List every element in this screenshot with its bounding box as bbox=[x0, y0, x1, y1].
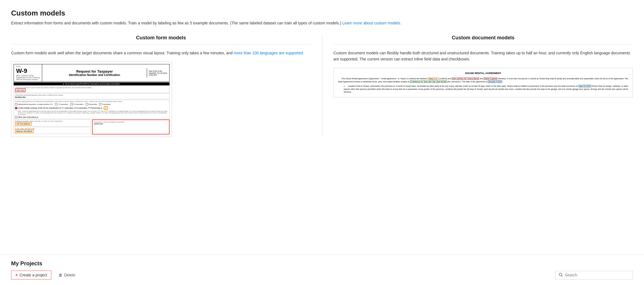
w9-address-field: 5 Address (number, street, and apt. or s… bbox=[14, 119, 91, 126]
projects-title: My Projects bbox=[11, 260, 633, 267]
w9-name-highlight: John Doe bbox=[15, 88, 26, 92]
w9-form-number: W-9 bbox=[16, 67, 40, 75]
delete-label: Delete bbox=[64, 273, 75, 277]
projects-section: My Projects + Create a project 🗑 Delete bbox=[0, 255, 644, 285]
custom-document-models-description: Custom document models can flexibly hand… bbox=[334, 50, 633, 62]
date2-highlight: April 02 2021 bbox=[579, 85, 591, 87]
rental-para1-mid: (Landlord) and bbox=[438, 78, 452, 80]
w9-city-highlight: Bellevue WA 98006 bbox=[15, 129, 34, 133]
garry-highlight: Garry Byrne bbox=[468, 77, 479, 80]
custom-document-models-column: Custom document models Custom document m… bbox=[322, 35, 633, 137]
w9-city-value: Bellevue WA 98006 bbox=[15, 129, 90, 133]
custom-form-models-title: Custom form models bbox=[11, 35, 311, 44]
custom-document-models-title: Custom document models bbox=[334, 35, 633, 44]
rental-title: HOUSE RENTAL AGREEMENT bbox=[338, 72, 628, 75]
w9-checkbox-trust: Trust/estate bbox=[99, 103, 110, 105]
w9-form-date: (Rev. October 2018) bbox=[16, 75, 40, 77]
w9-requester-value: Jamie Doe bbox=[94, 123, 168, 125]
toolbar-left: + Create a project 🗑 Delete bbox=[11, 271, 78, 279]
search-box bbox=[555, 271, 633, 279]
w9-field3-label: 3 Check appropriate box for federal tax … bbox=[15, 101, 168, 102]
rental-agreement-preview: HOUSE RENTAL AGREEMENT This House Rental… bbox=[334, 68, 633, 97]
custom-form-models-column: Custom form models Custom form models wo… bbox=[11, 35, 322, 137]
w9-requester-box: Requester's name and address (optional) … bbox=[92, 119, 170, 134]
trash-icon: 🗑 bbox=[59, 273, 62, 277]
custom-form-models-description: Custom form models work well when the ta… bbox=[11, 50, 311, 56]
plus-icon: + bbox=[15, 273, 18, 278]
w9-checkbox-other: Other (see instructions) ► bbox=[15, 116, 168, 118]
w9-field1-value: John Doe bbox=[15, 88, 168, 92]
w9-checkbox-individual: Individual/sole proprietor or single-mem… bbox=[15, 103, 53, 105]
rental-and2: and bbox=[479, 78, 484, 80]
w9-field1: 1 Name (as shown on your income tax retu… bbox=[14, 86, 170, 93]
w9-address-col: 5 Address (number, street, and apt. or s… bbox=[14, 119, 91, 134]
w9-instruction: ► Go to www.irs.gov/FormW9 for instructi… bbox=[14, 82, 170, 85]
page-title: Custom models bbox=[11, 9, 633, 17]
w9-checkboxes: Individual/sole proprietor or single-mem… bbox=[15, 103, 168, 105]
search-icon bbox=[559, 273, 563, 278]
w9-field3: 3 Check appropriate box for federal tax … bbox=[14, 100, 170, 119]
rental-para1: This House Rental Agreement ("Agreement,… bbox=[338, 77, 628, 83]
w9-address-value: 100 Test Address bbox=[15, 122, 90, 126]
sarah-highlight: Sarah Cantrell bbox=[484, 77, 497, 80]
w9-irs: Internal Revenue Service bbox=[16, 78, 40, 80]
w9-checkbox-partnership: Partnership bbox=[86, 103, 97, 105]
languages-link[interactable]: more than 100 languages are supported. bbox=[234, 51, 304, 55]
w9-title-sub: Identification Number and Certification bbox=[43, 73, 146, 77]
w9-side-note: Give Form to the requester. Do not send … bbox=[147, 69, 169, 77]
rental-para2-num: 1. bbox=[344, 85, 348, 87]
w9-title-main: Request for Taxpayer bbox=[43, 69, 146, 73]
w9-address-area: 5 Address (number, street, and apt. or s… bbox=[14, 119, 170, 134]
rental-para2-text: Landlord rents to Tenant, unfurnished, t… bbox=[348, 85, 579, 87]
w9-form-label: Form bbox=[16, 65, 40, 67]
delete-button[interactable]: 🗑 Delete bbox=[56, 271, 78, 279]
rental-para2: 1. Landlord rents to Tenant, unfurnished… bbox=[344, 85, 628, 94]
create-project-button[interactable]: + Create a project bbox=[11, 271, 51, 279]
w9-checkbox-llc: Limited liability company. Enter the tax… bbox=[15, 106, 168, 110]
w9-dept: Department of the Treasury bbox=[16, 77, 40, 78]
w9-city-field: 6 City, state, and ZIP code Bellevue WA … bbox=[14, 127, 91, 134]
search-input[interactable] bbox=[565, 273, 629, 277]
w9-checkbox-c-corp: C Corporation bbox=[55, 103, 68, 105]
models-grid: Custom form models Custom form models wo… bbox=[11, 35, 633, 137]
page-subtitle: Extract information from forms and docum… bbox=[11, 20, 633, 26]
w9-address-highlight: 100 Test Address bbox=[15, 122, 32, 126]
landlord-highlight: Opay LLC bbox=[428, 77, 438, 80]
w9-field2: 2 Business name/disregarded entity name,… bbox=[14, 93, 170, 99]
create-project-label: Create a project bbox=[19, 273, 47, 277]
rental-para1-address-end: (the "premises"). The date of this Agree… bbox=[447, 81, 488, 83]
w9-form-preview: Form W-9 (Rev. October 2018) Department … bbox=[11, 62, 172, 137]
learn-more-link[interactable]: Learn more about custom models. bbox=[342, 21, 401, 25]
rental-para1-start: This House Rental Agreement ("Agreement,… bbox=[341, 78, 428, 80]
svg-line-1 bbox=[562, 275, 563, 276]
projects-toolbar: + Create a project 🗑 Delete bbox=[11, 271, 633, 279]
w9-llc-note: Note: Check the appropriate box in the l… bbox=[18, 110, 168, 115]
address-highlight: 19 Bellevue Dr Salt Lake City Utah 84158 bbox=[410, 80, 447, 83]
date-highlight: January 5 2021 bbox=[488, 80, 502, 83]
w9-checkbox-s-corp: S Corporation bbox=[70, 103, 84, 105]
tenants-highlight: Sam Zamora Inc bbox=[452, 77, 467, 80]
w9-field2-value: Arctex Inc bbox=[15, 96, 168, 98]
